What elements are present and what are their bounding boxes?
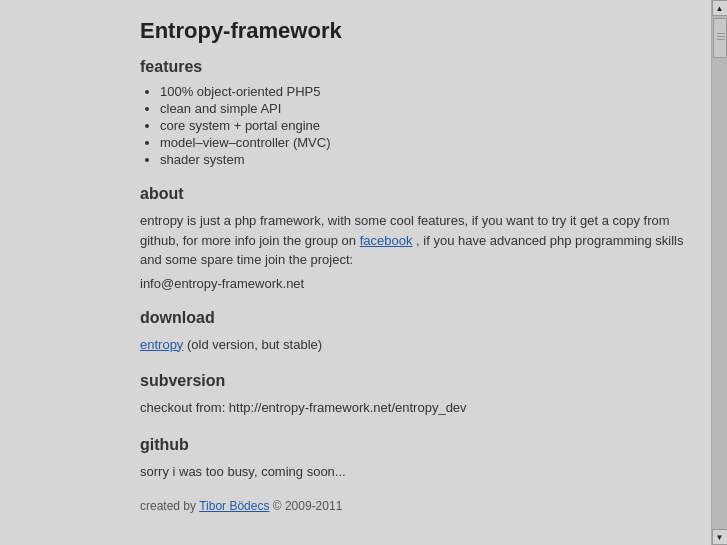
main-content: Entropy-framework features 100% object-o… — [0, 0, 711, 545]
download-link[interactable]: entropy — [140, 337, 183, 352]
github-heading: github — [140, 436, 687, 454]
about-paragraph: entropy is just a php framework, with so… — [140, 211, 687, 270]
subversion-heading: subversion — [140, 372, 687, 390]
page-title: Entropy-framework — [140, 18, 687, 44]
scrollbar-thumb[interactable] — [713, 18, 727, 58]
list-item: 100% object-oriented PHP5 — [160, 84, 687, 99]
scroll-down-button[interactable]: ▼ — [712, 529, 728, 545]
list-item: clean and simple API — [160, 101, 687, 116]
footer-prefix: created by — [140, 499, 199, 513]
github-section: github sorry i was too busy, coming soon… — [140, 436, 687, 482]
author-link[interactable]: Tibor Bödecs — [199, 499, 269, 513]
subversion-text: checkout from: http://entropy-framework.… — [140, 398, 687, 418]
list-item: core system + portal engine — [160, 118, 687, 133]
features-heading: features — [140, 58, 687, 76]
github-text: sorry i was too busy, coming soon... — [140, 462, 687, 482]
download-heading: download — [140, 309, 687, 327]
list-item: model–view–controller (MVC) — [160, 135, 687, 150]
scrollbar[interactable]: ▲ ▼ — [711, 0, 727, 545]
features-list: 100% object-oriented PHP5 clean and simp… — [140, 84, 687, 167]
scrollbar-track[interactable] — [712, 16, 728, 529]
contact-email: info@entropy-framework.net — [140, 276, 687, 291]
facebook-link[interactable]: facebook — [360, 233, 413, 248]
list-item: shader system — [160, 152, 687, 167]
download-section: download entropy (old version, but stabl… — [140, 309, 687, 355]
scrollbar-grip — [717, 33, 725, 42]
download-paragraph: entropy (old version, but stable) — [140, 335, 687, 355]
subversion-section: subversion checkout from: http://entropy… — [140, 372, 687, 418]
scroll-up-button[interactable]: ▲ — [712, 0, 728, 16]
footer: created by Tibor Bödecs © 2009-2011 — [140, 499, 687, 513]
about-section: about entropy is just a php framework, w… — [140, 185, 687, 291]
features-section: features 100% object-oriented PHP5 clean… — [140, 58, 687, 167]
footer-suffix: © 2009-2011 — [269, 499, 342, 513]
download-link-suffix: (old version, but stable) — [183, 337, 322, 352]
about-heading: about — [140, 185, 687, 203]
